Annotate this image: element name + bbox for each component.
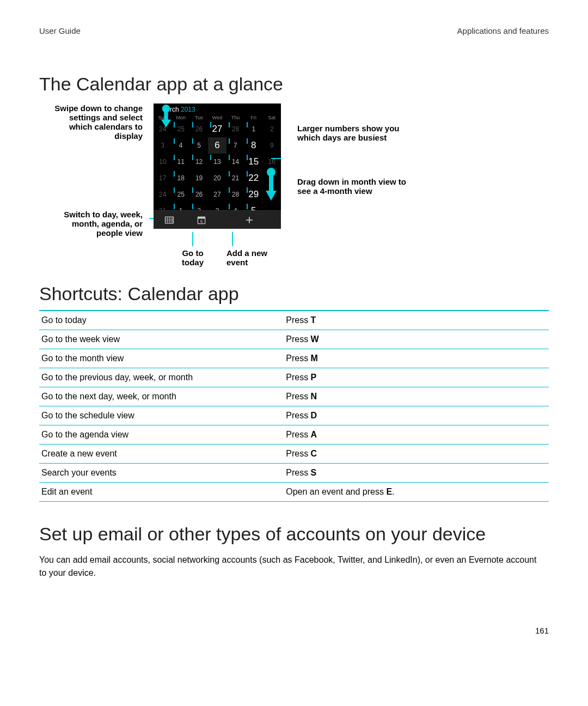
calendar-cell[interactable]: 18 bbox=[171, 170, 189, 186]
calendar-cell[interactable]: 21 bbox=[226, 170, 244, 186]
callout-larger-numbers: Larger numbers show you which days are b… bbox=[297, 124, 406, 142]
shortcut-key: Press W bbox=[284, 330, 549, 349]
callout-switch: Switch to day, week, month, agenda, or p… bbox=[45, 210, 143, 238]
bottom-callouts: Go to today Add a new event bbox=[154, 232, 281, 267]
calendar-cell[interactable]: 19 bbox=[190, 170, 208, 186]
calendar-cell[interactable]: 4 bbox=[171, 137, 189, 154]
calendar-cell[interactable]: 17 bbox=[154, 170, 171, 186]
calendar-cell[interactable]: 24 bbox=[154, 186, 171, 203]
calendar-day-header: Fri bbox=[244, 114, 262, 121]
calendar-cell[interactable]: 9 bbox=[263, 137, 281, 154]
svg-marker-13 bbox=[161, 119, 171, 127]
header-right: Applications and features bbox=[457, 26, 549, 35]
shortcut-key: Press C bbox=[284, 445, 549, 464]
leader-line bbox=[271, 158, 281, 159]
calendar-cell[interactable]: 26 bbox=[190, 121, 208, 137]
calendar-cell[interactable]: 27 bbox=[208, 186, 226, 203]
shortcut-action: Edit an event bbox=[39, 483, 284, 502]
calendar-cell[interactable]: 28 bbox=[226, 186, 244, 203]
today-icon: 6 bbox=[196, 215, 207, 226]
shortcut-key: Press S bbox=[284, 464, 549, 483]
calendar-cell[interactable]: 26 bbox=[190, 186, 208, 203]
calendar-cell[interactable]: 11 bbox=[171, 154, 189, 170]
calendar-cell[interactable]: 10 bbox=[154, 154, 171, 170]
shortcut-key: Press M bbox=[284, 349, 549, 368]
shortcut-action: Go to the agenda view bbox=[39, 425, 284, 445]
callout-drag-down: Drag down in month view to see a 4-month… bbox=[297, 177, 406, 196]
header-left: User Guide bbox=[39, 26, 81, 35]
drag-down-arrow-icon bbox=[265, 168, 278, 200]
calendar-cell[interactable]: 25 bbox=[171, 186, 189, 203]
view-switch-button[interactable] bbox=[158, 215, 180, 226]
calendar-cell[interactable]: 14 bbox=[226, 154, 244, 170]
calendar-cell[interactable]: 5 bbox=[190, 137, 208, 154]
calendar-cell[interactable]: 1 bbox=[244, 121, 262, 137]
shortcut-action: Go to the month view bbox=[39, 349, 284, 368]
table-row: Go to the agenda viewPress A bbox=[39, 425, 549, 445]
table-row: Create a new eventPress C bbox=[39, 445, 549, 464]
calendar-cell[interactable]: 3 bbox=[154, 137, 171, 154]
leader-line bbox=[192, 232, 193, 246]
left-callouts: Swipe down to change settings and select… bbox=[39, 104, 148, 267]
calendar-cell[interactable]: 12 bbox=[190, 154, 208, 170]
table-row: Go to the week viewPress W bbox=[39, 330, 549, 349]
callout-add-event: Add a new event bbox=[226, 232, 281, 267]
calendar-cell[interactable]: 25 bbox=[171, 121, 189, 137]
grid-icon bbox=[164, 215, 175, 226]
shortcut-action: Go to the week view bbox=[39, 330, 284, 349]
heading-glance: The Calendar app at a glance bbox=[39, 74, 549, 95]
table-row: Go to the schedule viewPress D bbox=[39, 406, 549, 425]
table-row: Go to todayPress T bbox=[39, 311, 549, 330]
phone-mockup: rch 2013 SunMonTueWedThuFriSat 242526272… bbox=[154, 104, 281, 229]
shortcut-action: Go to the next day, week, or month bbox=[39, 387, 284, 406]
calendar-cell[interactable]: 8 bbox=[244, 137, 262, 154]
shortcuts-table: Go to todayPress TGo to the week viewPre… bbox=[39, 310, 549, 502]
shortcut-key: Press N bbox=[284, 387, 549, 406]
calendar-title: rch 2013 bbox=[154, 104, 281, 114]
shortcut-key: Press A bbox=[284, 425, 549, 445]
table-row: Go to the previous day, week, or monthPr… bbox=[39, 368, 549, 387]
shortcut-key: Open an event and press E. bbox=[284, 483, 549, 502]
calendar-cell[interactable]: 27 bbox=[208, 121, 226, 137]
calendar-year: 2013 bbox=[181, 106, 195, 113]
goto-today-button[interactable]: 6 bbox=[191, 215, 212, 226]
calendar-cell[interactable]: 7 bbox=[226, 137, 244, 154]
calendar-grid: SunMonTueWedThuFriSat 242526272812345678… bbox=[154, 114, 281, 219]
accounts-body: You can add email accounts, social netwo… bbox=[39, 553, 546, 580]
add-event-button[interactable] bbox=[238, 215, 260, 226]
calendar-toolbar: 6 bbox=[154, 210, 281, 229]
calendar-cell[interactable]: 20 bbox=[208, 170, 226, 186]
heading-shortcuts: Shortcuts: Calendar app bbox=[39, 283, 549, 305]
calendar-diagram: Swipe down to change settings and select… bbox=[39, 104, 549, 267]
shortcut-action: Go to the previous day, week, or month bbox=[39, 368, 284, 387]
leader-line bbox=[232, 232, 233, 246]
right-callouts: Larger numbers show you which days are b… bbox=[286, 104, 412, 267]
calendar-day-header: Mon bbox=[171, 114, 189, 121]
calendar-cell[interactable]: 13 bbox=[208, 154, 226, 170]
table-row: Search your eventsPress S bbox=[39, 464, 549, 483]
calendar-month-view: rch 2013 SunMonTueWedThuFriSat 242526272… bbox=[154, 104, 281, 229]
shortcut-key: Press P bbox=[284, 368, 549, 387]
shortcut-key: Press D bbox=[284, 406, 549, 425]
swipe-down-arrow-icon bbox=[160, 105, 172, 127]
svg-rect-15 bbox=[269, 172, 273, 192]
calendar-cell[interactable]: 15 bbox=[244, 154, 262, 170]
calendar-cell[interactable]: 28 bbox=[226, 121, 244, 137]
calendar-cell[interactable]: 2 bbox=[263, 121, 281, 137]
shortcut-action: Create a new event bbox=[39, 445, 284, 464]
shortcut-action: Go to the schedule view bbox=[39, 406, 284, 425]
calendar-day-header: Wed bbox=[208, 114, 226, 121]
plus-icon bbox=[244, 215, 255, 226]
callout-swipe: Swipe down to change settings and select… bbox=[45, 104, 143, 141]
shortcut-key: Press T bbox=[284, 311, 549, 330]
table-row: Go to the next day, week, or monthPress … bbox=[39, 387, 549, 406]
calendar-day-header: Tue bbox=[190, 114, 208, 121]
calendar-day-header: Sat bbox=[263, 114, 281, 121]
page-header: User Guide Applications and features bbox=[39, 26, 549, 35]
calendar-day-header: Thu bbox=[226, 114, 244, 121]
svg-rect-12 bbox=[164, 108, 168, 120]
calendar-cell[interactable]: 6 bbox=[208, 137, 226, 154]
calendar-cell[interactable]: 29 bbox=[244, 186, 262, 203]
svg-rect-7 bbox=[198, 217, 205, 218]
calendar-cell[interactable]: 22 bbox=[244, 170, 262, 186]
